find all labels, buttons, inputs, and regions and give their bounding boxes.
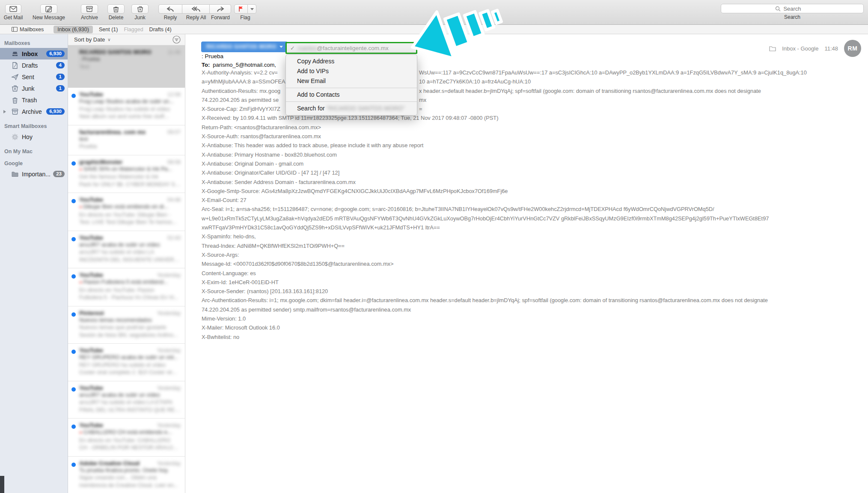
- list-preview: arcu3R7 ha subido el vídeo LA: [79, 248, 181, 256]
- trash-icon: [113, 6, 119, 12]
- archive-box-icon: [86, 6, 93, 12]
- list-preview: New album out and some free stuff...: [79, 113, 181, 120]
- favorite-flagged[interactable]: Flagged: [124, 27, 143, 33]
- list-time: Yesterday: [157, 460, 181, 466]
- sidebar-item-junk[interactable]: Junk 1: [0, 83, 68, 94]
- list-item[interactable]: YouTube04:48 Dibujar Bien está emitiendo…: [68, 193, 185, 231]
- get-mail-button[interactable]: [5, 4, 21, 14]
- live-dot-icon: [79, 429, 83, 435]
- compose-icon: [45, 6, 52, 12]
- list-sender: RICARDO SANTOS MORO: [79, 49, 152, 55]
- list-preview: membresía de Creative Cloud. Leer en...: [79, 481, 181, 489]
- list-time: Yesterday: [157, 422, 181, 428]
- to-value[interactable]: parismo_5@hotmail.com,: [213, 62, 276, 68]
- sidebar-item-trash[interactable]: Trash: [0, 94, 68, 106]
- flag-dropdown-button[interactable]: [248, 4, 256, 14]
- list-item[interactable]: YouTube12:08 Frog Leap Studios acaba de …: [68, 88, 185, 125]
- sidebar-item-label: Hoy: [22, 134, 33, 140]
- sidebar-item-sent[interactable]: Sent 1: [0, 71, 68, 83]
- header-line: Message-Id: <000701d362f0$d90f0670$8b2d1…: [202, 261, 769, 270]
- sidebar-section-mailboxes: Mailboxes: [0, 34, 68, 48]
- list-sender: YouTube: [79, 422, 103, 428]
- header-line: 74.220.204.205 as permitted sender) smtp…: [202, 306, 769, 315]
- menu-item-add-to-vips[interactable]: Add to VIPs: [286, 66, 417, 76]
- header-line: X-Antiabuse: Originator/Caller UID/GID -…: [202, 169, 769, 178]
- sidebar-item-archive[interactable]: Archive 6,930: [0, 106, 68, 117]
- header-line: Arc-Authentication-Results: i=1; mx.goog…: [202, 297, 769, 306]
- sidebar-section-google: Google: [0, 156, 68, 168]
- list-item[interactable]: graphicMonster08:08 SAVE 50% on Watercol…: [68, 155, 185, 193]
- sidebar-panes-icon: [12, 27, 18, 32]
- list-subject: Nuevos temas recomendados: [79, 316, 181, 324]
- search-input[interactable]: [721, 4, 863, 13]
- list-preview: Prueba: [79, 143, 181, 150]
- menu-item-add-to-contacts[interactable]: Add to Contacts: [286, 90, 417, 100]
- header-line: X-Source-Sender: (rsantos) [201.163.163.…: [202, 288, 769, 297]
- list-item[interactable]: YouTubeYesterday arcu3R7 acaba de subir …: [68, 381, 185, 419]
- list-time: 08:08: [167, 159, 181, 165]
- reply-all-button[interactable]: [182, 4, 210, 14]
- list-item[interactable]: YouTube02:43 arcu3R7 acaba de subir un v…: [68, 231, 185, 269]
- header-line: Return-Path: <rsantos@facturarenlinea.co…: [202, 124, 769, 133]
- list-item[interactable]: YouTubeYesterday REY GRUPERO acaba de su…: [68, 344, 185, 381]
- list-item[interactable]: YouTubeYesterday CABALLERO CH está emiti…: [68, 419, 185, 457]
- menu-separator: [286, 101, 417, 102]
- sort-bar: Sort by Date ∨: [68, 34, 185, 45]
- list-sender: YouTube: [79, 196, 103, 203]
- menu-item-new-email[interactable]: New Email: [286, 76, 417, 86]
- list-preview: Test. LIVE Test Dibujar Bien Te hemos...: [79, 218, 181, 226]
- address-domain: @facturainteligente.com.mx: [317, 45, 389, 51]
- new-message-button[interactable]: [40, 4, 57, 14]
- sidebar-item-important[interactable]: Importan... 23: [0, 168, 68, 180]
- forward-button[interactable]: [210, 4, 231, 14]
- list-item[interactable]: YouTubeYesterday Pasion Futbolera 5 está…: [68, 268, 185, 306]
- sent-badge: 1: [56, 74, 65, 80]
- archive-button[interactable]: [81, 4, 98, 14]
- sidebar: Mailboxes Inbox 6,930 Drafts 4 Sent 1 Ju…: [0, 34, 68, 493]
- list-subject: Tu prueba finaliza pronto. Únete hoy.: [79, 466, 181, 474]
- unread-dot-icon: [71, 312, 76, 317]
- mailboxes-toggle[interactable]: Mailboxes: [8, 26, 48, 33]
- search-field[interactable]: [721, 4, 864, 13]
- sidebar-item-inbox[interactable]: Inbox 6,930: [0, 48, 68, 59]
- header-line: X-Google-Smtp-Source: AGs4zMa8pXzJzwBQmd…: [202, 188, 769, 197]
- envelope-icon: [9, 6, 17, 12]
- archive-badge: 6,930: [46, 108, 65, 115]
- favorite-inbox[interactable]: Inbox (6,930): [54, 26, 93, 33]
- header-line: X-Antiabuse: Primary Hostname - box820.b…: [202, 151, 769, 160]
- sort-by-date[interactable]: Sort by Date: [74, 36, 105, 43]
- junk-icon: [11, 85, 19, 92]
- reply-all-arrow-icon: [191, 6, 201, 12]
- delete-button[interactable]: [107, 4, 125, 14]
- reply-label: Reply: [158, 15, 182, 21]
- disclosure-triangle-icon[interactable]: [3, 110, 6, 113]
- flag-button[interactable]: [234, 4, 248, 14]
- favorite-drafts[interactable]: Drafts (4): [149, 27, 172, 33]
- sender-token[interactable]: RICARDO SANTOS MORO: [201, 42, 288, 52]
- filter-icon[interactable]: [172, 36, 181, 44]
- live-dot-icon: [79, 279, 83, 285]
- list-item[interactable]: RICARDO SANTOS MORO11:48 : Prueba Test: [68, 45, 185, 88]
- menu-item-copy-address[interactable]: Copy Address: [286, 56, 417, 66]
- junk-badge: 1: [56, 85, 65, 92]
- junk-button[interactable]: [131, 4, 149, 14]
- unread-dot-icon: [71, 387, 76, 392]
- list-sender: Adobe Creative Cloud: [79, 460, 140, 466]
- list-item[interactable]: Adobe Creative CloudYesterday Tu prueba …: [68, 457, 185, 493]
- list-item[interactable]: facturarenlinea. com mx09:07 test Prueba: [68, 125, 185, 155]
- favorite-sent[interactable]: Sent (1): [99, 27, 118, 33]
- reply-button[interactable]: [158, 4, 182, 14]
- checkmark-icon: ✓: [290, 45, 295, 51]
- list-sender: facturarenlinea. com mx: [79, 129, 146, 135]
- message-subject: : Prueba: [202, 53, 223, 59]
- sidebar-section-smart: Smart Mailboxes: [0, 117, 68, 131]
- highlighted-address[interactable]: ✓ rsantos @facturainteligente.com.mx: [285, 42, 417, 54]
- menu-item-search-for[interactable]: Search for "RICARDO SANTOS MORO": [286, 104, 417, 113]
- list-item[interactable]: PinterestYesterday Nuevos temas recomend…: [68, 306, 185, 344]
- list-time: 04:48: [167, 197, 181, 203]
- sidebar-item-hoy[interactable]: Hoy: [0, 131, 68, 143]
- list-subject: Dibujar Bien está emitiendo en di...: [79, 203, 181, 211]
- sidebar-section-onmymac: On My Mac: [0, 143, 68, 156]
- drafts-icon: [11, 62, 19, 69]
- sidebar-item-drafts[interactable]: Drafts 4: [0, 59, 68, 71]
